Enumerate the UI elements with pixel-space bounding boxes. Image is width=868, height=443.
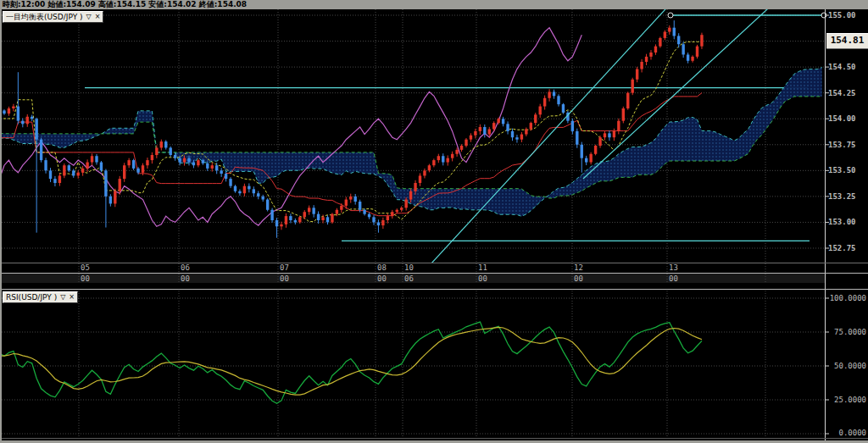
axis-border: [825, 9, 826, 440]
date-tick-label: 12: [574, 263, 583, 272]
collapse-icon[interactable]: ▽: [60, 293, 65, 302]
price-axis-label: 153.00: [828, 218, 866, 226]
date-tick-label: 07: [280, 263, 289, 272]
price-axis-label: 153.75: [828, 141, 866, 149]
time-tick-label: 00: [280, 274, 289, 283]
price-axis-label: 153.50: [828, 166, 866, 174]
price-axis-label: 155.00: [828, 11, 866, 19]
time-tick-label: 00: [478, 274, 487, 283]
current-price-box: 154.81: [826, 33, 868, 49]
price-axis-label: 154.00: [828, 114, 866, 123]
date-tick-label: 11: [478, 263, 487, 272]
date-tick-label: 10: [404, 263, 414, 272]
main-panel-bottom-border: [0, 263, 868, 263]
time-tick-label: 00: [669, 274, 678, 283]
time-tick-label: 00: [377, 274, 387, 283]
date-tick-label: 13: [669, 263, 678, 272]
quote-info-bar: 時刻:12:00 始値:154.09 高値:154.15 安値:154.02 終…: [0, 0, 868, 9]
rsi-panel-top-border: [0, 289, 868, 290]
price-axis-label: 152.75: [828, 244, 866, 252]
date-tick-label: 05: [81, 263, 90, 272]
time-tick-label: 06: [404, 274, 414, 283]
date-time-divider: [0, 273, 868, 274]
date-tick-label: 08: [377, 263, 387, 272]
rsi-axis-label: 75.0000: [828, 328, 866, 336]
rsi-panel-title: RSI(USD/JPY ): [6, 293, 57, 302]
close-icon[interactable]: ×: [95, 13, 101, 21]
quote-info-text: 時刻:12:00 始値:154.09 高値:154.15 安値:154.02 終…: [3, 0, 247, 8]
rsi-axis-label: 50.0000: [828, 362, 866, 370]
rsi-panel-label: RSI(USD/JPY ) ▽ ×: [3, 291, 78, 303]
rsi-axis-label: 100.0000: [828, 294, 866, 302]
time-tick-label: 00: [181, 274, 190, 283]
ichimoku-panel-label: 一目均衡表(USD/JPY ) ▽ ×: [3, 11, 103, 23]
current-price-value: 154.81: [831, 35, 865, 46]
price-axis-label: 153.25: [828, 192, 866, 201]
time-tick-label: 00: [574, 274, 583, 283]
close-icon[interactable]: ×: [69, 293, 75, 302]
date-tick-label: 06: [181, 263, 190, 272]
rsi-axis-label: 0.0000: [828, 429, 866, 437]
rsi-axis-label: 25.0000: [828, 396, 866, 404]
collapse-icon[interactable]: ▽: [86, 13, 92, 21]
chart-window: 時刻:12:00 始値:154.09 高値:154.15 安値:154.02 終…: [0, 0, 868, 443]
window-left-edge: [0, 0, 2, 443]
time-tick-label: 00: [81, 274, 90, 283]
price-axis-label: 154.25: [828, 89, 866, 97]
rsi-panel-bottom-border: [0, 438, 868, 439]
ichimoku-panel-title: 一目均衡表(USD/JPY ): [6, 13, 83, 22]
price-axis-label: 154.50: [828, 63, 866, 71]
chart-canvas[interactable]: [0, 0, 868, 443]
